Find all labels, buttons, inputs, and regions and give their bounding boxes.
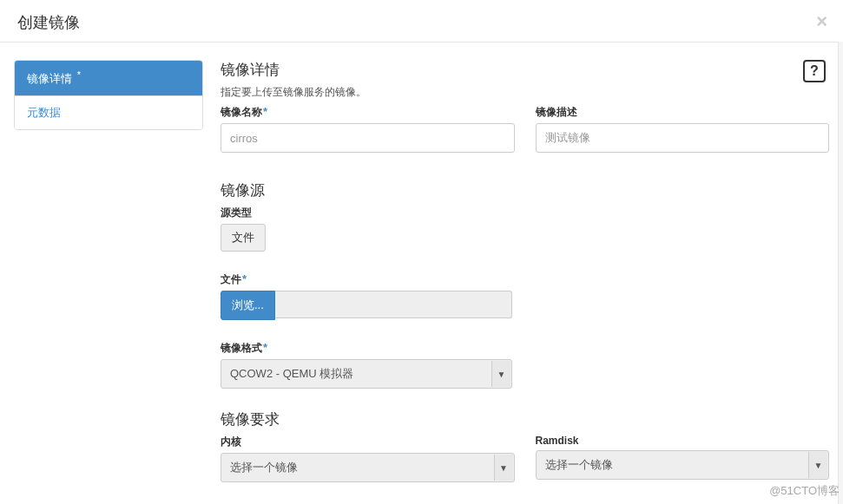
ramdisk-select[interactable]: 选择一个镜像 (536, 450, 830, 480)
help-icon[interactable]: ? (803, 60, 826, 82)
image-desc-input[interactable] (536, 123, 830, 153)
label-image-desc: 镜像描述 (536, 105, 830, 120)
format-select[interactable]: QCOW2 - QEMU 模拟器 (221, 359, 512, 389)
required-asterisk: * (77, 69, 81, 80)
create-image-modal: 创建镜像 × 镜像详情 * 元数据 ? 镜像详情 指定要上传至镜像服务的镜像。 (0, 0, 843, 504)
required-asterisk: * (263, 341, 267, 354)
label-kernel: 内核 (221, 435, 515, 449)
label-source-type: 源类型 (221, 206, 829, 220)
source-type-button[interactable]: 文件 (221, 224, 266, 252)
modal-title: 创建镜像 (17, 12, 826, 33)
required-asterisk: * (263, 105, 267, 118)
section-title-reqs: 镜像要求 (221, 409, 829, 429)
sidebar-item-image-details[interactable]: 镜像详情 * (15, 61, 202, 96)
section-subtitle: 指定要上传至镜像服务的镜像。 (221, 85, 829, 100)
modal-body: 镜像详情 * 元数据 ? 镜像详情 指定要上传至镜像服务的镜像。 镜像名称* (0, 43, 843, 504)
label-file: 文件* (221, 272, 829, 287)
form-content: ? 镜像详情 指定要上传至镜像服务的镜像。 镜像名称* 镜像描述 镜 (203, 60, 829, 496)
field-image-desc: 镜像描述 (536, 105, 830, 153)
row-kernel-ramdisk: 内核 选择一个镜像 ▼ Ramdisk 选择一个镜像 ▼ (221, 435, 829, 482)
file-input-row: 浏览... (221, 291, 512, 320)
scrollbar-track[interactable] (838, 42, 843, 504)
sidebar-item-label: 镜像详情 (27, 72, 72, 85)
close-icon[interactable]: × (816, 12, 827, 31)
required-asterisk: * (242, 272, 247, 285)
row-name-desc: 镜像名称* 镜像描述 (221, 105, 829, 153)
field-kernel: 内核 选择一个镜像 ▼ (221, 435, 515, 482)
field-image-name: 镜像名称* (221, 105, 515, 153)
browse-button[interactable]: 浏览... (221, 291, 275, 320)
label-image-name: 镜像名称* (221, 105, 515, 120)
section-title-details: 镜像详情 (221, 60, 829, 80)
format-select-wrap: QCOW2 - QEMU 模拟器 ▼ (221, 359, 512, 389)
label-ramdisk: Ramdisk (536, 435, 830, 447)
label-format: 镜像格式* (221, 341, 829, 356)
sidebar-item-metadata[interactable]: 元数据 (15, 96, 202, 129)
file-path-display[interactable] (275, 291, 512, 318)
kernel-select[interactable]: 选择一个镜像 (221, 453, 515, 482)
wizard-sidebar: 镜像详情 * 元数据 (14, 60, 203, 130)
section-title-source: 镜像源 (221, 180, 829, 200)
sidebar-item-label: 元数据 (27, 106, 61, 119)
modal-header: 创建镜像 × (0, 0, 843, 43)
image-name-input[interactable] (221, 123, 515, 153)
kernel-select-wrap: 选择一个镜像 ▼ (221, 453, 515, 482)
field-ramdisk: Ramdisk 选择一个镜像 ▼ (536, 435, 830, 482)
ramdisk-select-wrap: 选择一个镜像 ▼ (536, 450, 830, 480)
